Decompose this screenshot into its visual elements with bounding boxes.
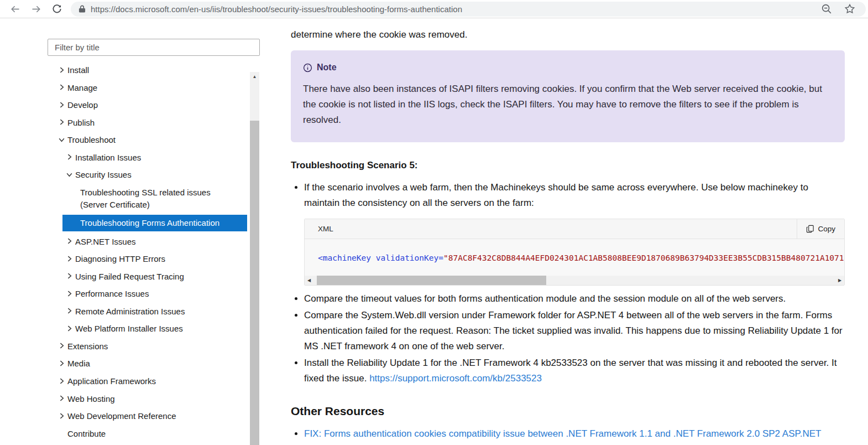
sidebar-item[interactable]: Configuration Reference — [48, 442, 250, 445]
sidebar-item[interactable]: Develop — [48, 96, 250, 114]
sidebar-item-label: Troubleshooting SSL related issues (Serv… — [80, 187, 218, 211]
sidebar-item[interactable]: Install — [48, 66, 250, 79]
list-item: Compare the timeout values for both form… — [304, 291, 845, 307]
chevron-right-icon — [66, 303, 75, 320]
code-attribute: validationKey= — [371, 253, 443, 262]
url-text[interactable]: https://docs.microsoft.com/en-us/iis/tro… — [91, 4, 814, 14]
sidebar-item[interactable]: Remote Administration Issues — [48, 303, 250, 320]
code-horizontal-scrollbar[interactable]: ◀ ▶ — [305, 276, 844, 285]
sidebar-item[interactable]: Extensions — [48, 338, 250, 355]
bullet-list: If the scenario involves a web farm, the… — [291, 180, 845, 386]
sidebar-item-label: Publish — [67, 118, 95, 127]
refresh-button[interactable] — [46, 1, 67, 17]
bookmark-star-icon[interactable] — [844, 3, 856, 15]
sidebar-item-label: Using Failed Request Tracing — [75, 272, 184, 281]
chevron-down-icon — [66, 167, 75, 184]
code-string-value: "87AC8F432C8DB844A4EFD024301AC1AB5808BEE… — [443, 253, 844, 262]
list-item: Install the Reliability Update 1 for the… — [304, 355, 845, 386]
forward-button[interactable] — [25, 1, 46, 17]
back-arrow-icon — [9, 3, 21, 15]
zoom-out-icon[interactable] — [820, 3, 833, 15]
sidebar-item-label: Security Issues — [75, 170, 132, 179]
sidebar-item-label: Develop — [67, 100, 98, 110]
scroll-right-icon[interactable]: ▶ — [835, 273, 844, 288]
list-item-text: Compare the timeout values for both form… — [304, 293, 786, 304]
chevron-right-icon — [66, 233, 75, 250]
sidebar-item[interactable]: Application Frameworks — [48, 372, 250, 390]
sidebar-item[interactable]: Troubleshoot — [48, 131, 250, 149]
sidebar-scrollbar[interactable]: ▲ — [250, 72, 259, 445]
chevron-right-icon — [66, 320, 75, 338]
sidebar-item-label: Manage — [67, 83, 97, 92]
chevron-down-icon — [58, 132, 67, 149]
back-button[interactable] — [4, 1, 25, 17]
info-icon — [303, 63, 312, 73]
sidebar-item[interactable]: Contribute — [48, 425, 250, 442]
sidebar-item-label: ASP.NET Issues — [75, 237, 136, 246]
sidebar-item-label: Web Hosting — [67, 394, 115, 403]
sidebar-item[interactable]: Security Issues — [48, 166, 250, 184]
sidebar-item[interactable]: Troubleshooting SSL related issues (Serv… — [48, 184, 224, 213]
code-header: XML Copy — [305, 219, 844, 239]
inline-link[interactable]: https://support.microsoft.com/kb/2533523 — [369, 373, 542, 384]
chevron-right-icon — [58, 338, 67, 355]
lock-icon — [79, 4, 86, 13]
code-block: XML Copy <machineKey validationKey="87AC… — [304, 219, 845, 286]
sidebar-item-label: Diagnosing HTTP Errors — [75, 254, 165, 263]
scroll-up-icon[interactable]: ▲ — [250, 72, 259, 81]
sidebar-item-label: Install — [67, 66, 89, 75]
sidebar-item[interactable]: ASP.NET Issues — [48, 233, 250, 251]
note-header: Note — [303, 63, 830, 73]
resource-link[interactable]: FIX: Forms authentication cookies compat… — [304, 428, 821, 445]
sidebar-item[interactable]: Performance Issues — [48, 285, 250, 303]
chevron-right-icon — [66, 286, 75, 303]
copy-button-label: Copy — [818, 225, 835, 233]
chevron-right-icon — [58, 114, 67, 131]
sidebar-item[interactable]: Media — [48, 355, 250, 372]
sidebar-item[interactable]: Publish — [48, 114, 250, 132]
sidebar-item-label: Troubleshoot — [67, 135, 116, 144]
browser-toolbar: https://docs.microsoft.com/en-us/iis/tro… — [0, 0, 868, 18]
refresh-icon — [51, 3, 62, 14]
sidebar-item-label: Remote Administration Issues — [75, 307, 185, 316]
code-language-label: XML — [305, 221, 333, 237]
sidebar-item-label: Installation Issues — [75, 153, 141, 162]
note-body: There have also been instances of ISAPI … — [303, 81, 830, 128]
filter-input[interactable] — [48, 39, 260, 56]
sidebar-item-label: Performance Issues — [75, 289, 149, 298]
note-callout: Note There have also been instances of I… — [291, 50, 845, 142]
code-scrollbar-thumb[interactable] — [317, 276, 546, 285]
sidebar-item[interactable]: Installation Issues — [48, 149, 250, 167]
sidebar-item[interactable]: Diagnosing HTTP Errors — [48, 250, 250, 268]
sidebar-item-label: Contribute — [67, 429, 106, 438]
sidebar-item[interactable]: Web Hosting — [48, 390, 250, 408]
paragraph: determine where the cookie was removed. — [291, 27, 845, 43]
sidebar-item[interactable]: Troubleshooting Forms Authentication — [62, 215, 247, 231]
sidebar-item[interactable]: Manage — [48, 79, 250, 97]
content-area: determine where the cookie was removed. … — [291, 18, 845, 445]
sidebar-item[interactable]: Web Platform Installer Issues — [48, 320, 250, 338]
sidebar-item-label: Media — [67, 359, 90, 368]
chevron-right-icon — [58, 79, 67, 96]
chevron-right-icon — [58, 66, 67, 79]
list-item: Compare the System.Web.dll version under… — [304, 308, 845, 354]
forward-arrow-icon — [30, 3, 42, 15]
address-bar[interactable]: https://docs.microsoft.com/en-us/iis/tro… — [71, 2, 866, 17]
chevron-right-icon — [66, 268, 75, 285]
scroll-left-icon[interactable]: ◀ — [305, 273, 313, 288]
chevron-right-icon — [66, 251, 75, 268]
chevron-right-icon — [58, 373, 67, 390]
chevron-right-icon — [58, 355, 67, 372]
list-item: FIX: Forms authentication cookies compat… — [304, 426, 845, 445]
sidebar-item-label: Troubleshooting Forms Authentication — [80, 218, 219, 227]
copy-button[interactable]: Copy — [797, 219, 844, 239]
list-item-text: Compare the System.Web.dll version under… — [304, 310, 843, 351]
sidebar-item[interactable]: Using Failed Request Tracing — [48, 268, 250, 286]
list-item-text: If the scenario involves a web farm, the… — [304, 182, 808, 208]
list-item: If the scenario involves a web farm, the… — [304, 180, 845, 286]
chevron-right-icon — [58, 390, 67, 407]
note-title: Note — [317, 63, 337, 73]
sidebar-scrollbar-thumb[interactable] — [250, 121, 259, 445]
sidebar-item-label: Extensions — [67, 341, 108, 351]
sidebar-item[interactable]: Web Development Reference — [48, 407, 250, 425]
